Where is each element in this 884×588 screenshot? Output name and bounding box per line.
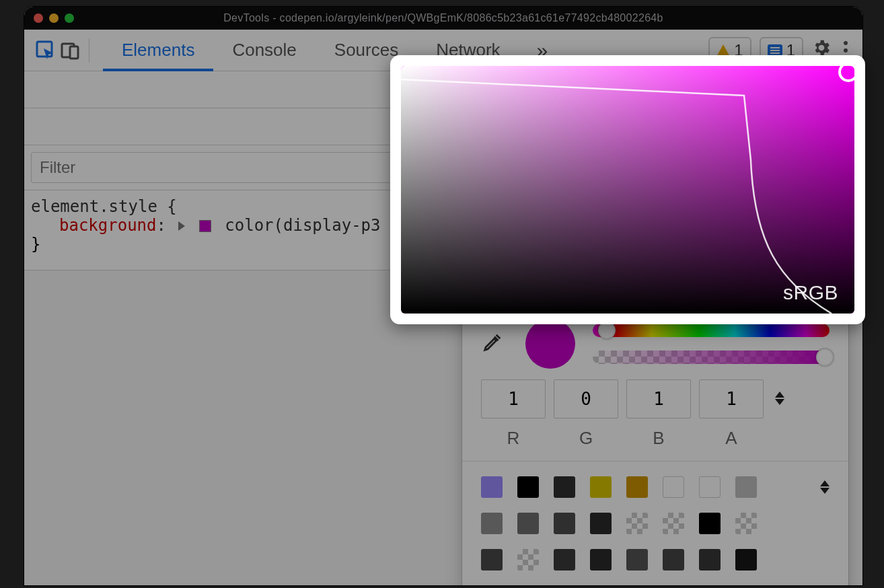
device-toolbar-icon[interactable]: [58, 38, 82, 63]
palette-chip[interactable]: [590, 513, 612, 534]
issues-icon: [768, 44, 782, 57]
palette-chip[interactable]: [517, 549, 539, 571]
window-title: DevTools - codepen.io/argyleink/pen/QWBg…: [223, 12, 663, 24]
palette-toggle[interactable]: [820, 480, 830, 494]
palette-chip[interactable]: [699, 513, 721, 534]
palette-chip[interactable]: [735, 476, 757, 498]
palette-row-3: [481, 549, 830, 571]
hue-slider[interactable]: [593, 324, 830, 337]
palette-chip[interactable]: [626, 513, 648, 534]
svg-rect-2: [70, 46, 78, 59]
color-b-label: B: [653, 428, 664, 449]
palette-row-1: [481, 476, 830, 498]
palette-row-2: [481, 513, 830, 534]
gamut-label: sRGB: [783, 281, 838, 304]
color-r-label: R: [507, 428, 520, 449]
spectrum-popup: sRGB: [390, 55, 865, 324]
color-values-row: R G B A: [462, 375, 848, 455]
css-property-name[interactable]: background: [59, 216, 157, 235]
window-controls: [34, 13, 74, 23]
color-g-input[interactable]: [554, 379, 618, 418]
palette-chip[interactable]: [735, 513, 757, 534]
palette-chip[interactable]: [735, 549, 757, 571]
palette-chip[interactable]: [590, 476, 612, 498]
warning-icon: [716, 44, 730, 57]
color-format-toggle[interactable]: [772, 392, 788, 405]
inspect-element-icon[interactable]: [34, 38, 58, 63]
palette-chip[interactable]: [626, 476, 648, 498]
eyedropper-icon[interactable]: [481, 331, 508, 357]
palette-chip[interactable]: [554, 513, 575, 534]
palette-chip[interactable]: [663, 549, 684, 571]
palette-separator: [462, 461, 848, 462]
color-palette: [462, 467, 848, 580]
palette-chip[interactable]: [481, 476, 503, 498]
toolbar-separator: [89, 38, 89, 63]
palette-chip[interactable]: [663, 513, 684, 534]
palette-chip[interactable]: [554, 549, 575, 571]
color-g-label: G: [579, 428, 593, 449]
expand-value-icon[interactable]: [178, 221, 185, 231]
minimize-window-button[interactable]: [49, 13, 59, 23]
color-a-label: A: [725, 428, 737, 449]
alpha-thumb[interactable]: [816, 348, 834, 366]
css-rule-close: }: [31, 235, 40, 254]
css-selector[interactable]: element.style {: [31, 197, 177, 216]
palette-chip[interactable]: [517, 513, 539, 534]
color-b-input[interactable]: [626, 379, 691, 418]
palette-chip[interactable]: [481, 513, 503, 534]
window-titlebar: DevTools - codepen.io/argyleink/pen/QWBg…: [24, 7, 862, 30]
palette-chip[interactable]: [481, 549, 503, 571]
color-swatch-inline[interactable]: [199, 220, 211, 232]
alpha-slider[interactable]: [593, 351, 830, 364]
color-r-input[interactable]: [481, 379, 546, 418]
tab-console[interactable]: Console: [213, 30, 315, 71]
spectrum-canvas[interactable]: sRGB: [401, 66, 854, 314]
palette-chip[interactable]: [663, 476, 684, 498]
palette-chip[interactable]: [626, 549, 648, 571]
palette-chip[interactable]: [699, 549, 721, 571]
palette-chip[interactable]: [699, 476, 721, 498]
current-color-swatch: [525, 319, 575, 369]
tab-elements[interactable]: Elements: [103, 30, 213, 71]
zoom-window-button[interactable]: [65, 13, 74, 23]
srgb-gamut-line: [401, 66, 854, 314]
palette-chip[interactable]: [590, 549, 612, 571]
palette-chip[interactable]: [517, 476, 539, 498]
color-a-input[interactable]: [699, 379, 764, 418]
close-window-button[interactable]: [34, 13, 43, 23]
palette-chip[interactable]: [554, 476, 575, 498]
